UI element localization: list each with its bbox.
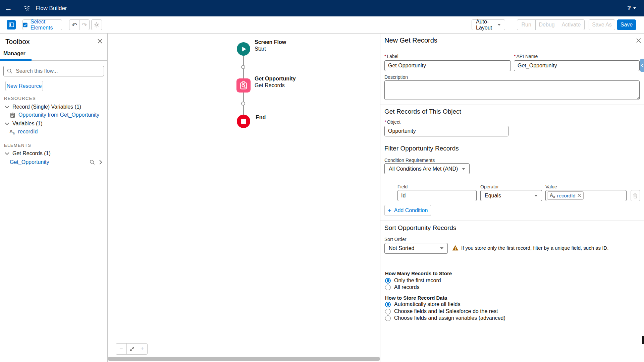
- resources-header: RESOURCES: [4, 96, 36, 101]
- save-button[interactable]: Save: [617, 19, 636, 30]
- add-element-button[interactable]: [241, 102, 245, 106]
- radio-choose-fields-advanced[interactable]: Choose fields and assign variables (adva…: [385, 315, 505, 321]
- chevron-down-icon: [497, 24, 501, 26]
- help-menu-button[interactable]: ?: [627, 0, 636, 16]
- condition-operator-dropdown[interactable]: Equals: [480, 190, 542, 201]
- object-field-label: *Object: [384, 119, 400, 125]
- close-icon: [636, 38, 641, 43]
- chevron-left-icon: [641, 64, 643, 67]
- add-condition-button[interactable]: + Add Condition: [384, 205, 431, 216]
- variable-link[interactable]: recordId: [18, 129, 38, 135]
- chevron-down-icon: [5, 106, 9, 108]
- activate-button[interactable]: Activate: [558, 20, 584, 30]
- get-records-group-row[interactable]: Get Records (1): [5, 150, 51, 157]
- run-button[interactable]: Run: [517, 20, 535, 30]
- flow-icon: [23, 4, 31, 12]
- settings-button[interactable]: [91, 19, 102, 30]
- required-asterisk: *: [514, 54, 516, 59]
- condition-value-input[interactable]: Aa recordId: [545, 190, 627, 201]
- get-records-node[interactable]: [236, 78, 251, 93]
- back-arrow-icon: ←: [5, 4, 12, 13]
- flow-canvas[interactable]: Screen Flow Start Get Opportunity Get Re…: [108, 34, 380, 362]
- toolbar: Select Elements ↶ ↷ Auto-Layout Run Debu…: [0, 16, 644, 34]
- new-resource-button[interactable]: New Resource: [5, 81, 43, 91]
- horizontal-scrollbar: [108, 357, 380, 361]
- radio-only-first-record[interactable]: Only the first record: [385, 278, 441, 284]
- condition-value-label: Value: [545, 184, 557, 189]
- redo-button[interactable]: ↷: [79, 20, 89, 30]
- variables-group-row[interactable]: Variables (1): [5, 121, 43, 127]
- sort-section-heading: Sort Opportunity Records: [384, 224, 456, 232]
- record-variables-group-row[interactable]: Record (Single) Variables (1): [5, 104, 81, 110]
- app-title: Flow Builder: [36, 5, 67, 12]
- chevron-down-icon: [5, 122, 9, 125]
- sort-warning: If you store only the first record, filt…: [452, 245, 608, 251]
- get-records-element-row: Get_Opportunity: [10, 159, 104, 165]
- delete-condition-button[interactable]: [631, 190, 640, 201]
- save-as-button[interactable]: Save As: [589, 19, 615, 30]
- add-element-button[interactable]: [241, 65, 245, 69]
- text-cursor-artifact: [642, 336, 644, 344]
- tab-manager[interactable]: Manager: [3, 51, 25, 57]
- required-asterisk: *: [384, 119, 386, 125]
- debug-button[interactable]: Debug: [535, 20, 557, 30]
- flow-search-box: [3, 66, 104, 76]
- radio-all-records[interactable]: All records: [385, 284, 420, 290]
- scrollbar-thumb[interactable]: [108, 357, 380, 361]
- gear-icon: [94, 22, 100, 28]
- label-input[interactable]: [384, 60, 511, 71]
- chevron-down-icon: [5, 152, 9, 155]
- api-name-field-label: *API Name: [514, 54, 538, 59]
- zoom-controls: − +: [116, 343, 148, 355]
- radio-selected-icon: [385, 302, 391, 307]
- flow-builder-logo: [23, 4, 31, 12]
- fit-to-view-button[interactable]: [126, 344, 137, 354]
- how-store-label: How to Store Record Data: [385, 295, 447, 301]
- radio-auto-store-fields[interactable]: Automatically store all fields: [385, 301, 460, 307]
- divider: [380, 221, 644, 221]
- start-node[interactable]: [237, 42, 250, 56]
- end-node[interactable]: [237, 115, 250, 128]
- api-name-input[interactable]: [514, 60, 640, 71]
- chevron-down-icon: [534, 195, 538, 197]
- filter-section-heading: Filter Opportunity Records: [384, 145, 459, 152]
- radio-unselected-icon: [385, 315, 391, 321]
- select-elements-button[interactable]: Select Elements: [22, 19, 62, 30]
- search-input[interactable]: [15, 68, 100, 74]
- remove-pill-icon[interactable]: [578, 194, 581, 197]
- end-node-label: End: [256, 115, 266, 121]
- radio-choose-fields-salesforce[interactable]: Choose fields and let Salesforce do the …: [385, 308, 498, 314]
- trash-icon: [633, 193, 638, 198]
- get-records-element-link[interactable]: Get_Opportunity: [10, 159, 49, 165]
- resource-pill: Aa recordId: [547, 191, 584, 200]
- stop-icon: [241, 119, 246, 124]
- chevron-down-icon: [440, 247, 443, 249]
- object-input[interactable]: [384, 126, 508, 136]
- condition-requirements-dropdown[interactable]: All Conditions Are Met (AND): [384, 163, 470, 174]
- elements-header: ELEMENTS: [4, 143, 31, 148]
- text-type-icon: Aa: [550, 192, 555, 199]
- undo-redo-group: ↶ ↷: [69, 19, 90, 30]
- panel-close-button[interactable]: [636, 38, 641, 44]
- layout-mode-dropdown[interactable]: Auto-Layout: [472, 19, 505, 30]
- find-in-canvas-icon[interactable]: [90, 160, 95, 165]
- condition-field-input[interactable]: [397, 190, 477, 201]
- record-variable-link[interactable]: Opportunity from Get_Opportunity: [18, 112, 99, 118]
- toolbox-close-button[interactable]: [98, 39, 102, 45]
- undo-button[interactable]: ↶: [69, 20, 79, 30]
- description-textarea[interactable]: [384, 80, 640, 100]
- divider: [380, 48, 644, 48]
- header-divider: [17, 0, 17, 16]
- chevron-right-icon[interactable]: [99, 160, 102, 165]
- condition-requirements-label: Condition Requirements: [384, 158, 435, 163]
- condition-operator-label: Operator: [480, 184, 499, 189]
- text-type-icon: Aa: [9, 129, 15, 135]
- redo-icon: ↷: [82, 21, 87, 29]
- back-button[interactable]: ←: [0, 0, 17, 16]
- sort-order-dropdown[interactable]: Not Sorted: [384, 243, 448, 254]
- panel-expand-toggle[interactable]: [640, 59, 644, 72]
- toggle-toolbox-button[interactable]: [7, 20, 16, 29]
- zoom-out-button[interactable]: −: [116, 344, 126, 354]
- label-field-label: *Label: [384, 54, 398, 59]
- zoom-in-button[interactable]: +: [137, 344, 147, 354]
